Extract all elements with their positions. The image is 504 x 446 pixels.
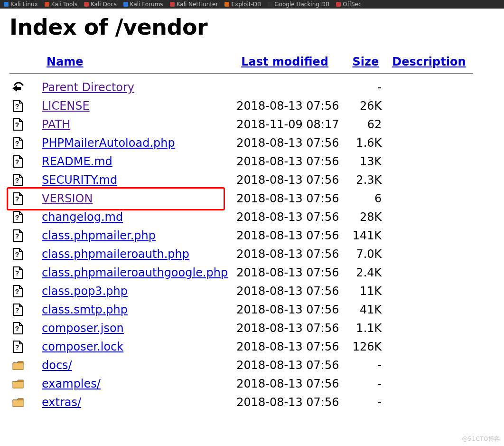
file-link[interactable]: composer.json — [42, 322, 124, 335]
sort-by-date-link[interactable]: Last modified — [241, 55, 328, 68]
row-name-cell: Parent Directory — [40, 78, 234, 96]
folder-icon — [11, 359, 25, 372]
row-icon-cell: ? — [9, 115, 40, 133]
svg-text:?: ? — [15, 343, 19, 351]
unknown-file-icon: ? — [11, 155, 25, 168]
sort-by-name-link[interactable]: Name — [47, 55, 84, 68]
bookmark-item[interactable]: Kali Forums — [123, 1, 163, 8]
row-name-cell: docs/ — [40, 356, 234, 374]
file-link[interactable]: SECURITY.md — [42, 173, 117, 187]
row-size-cell: 7.0K — [346, 245, 386, 263]
row-name-cell: class.phpmailer.php — [40, 226, 234, 245]
row-date-cell — [234, 78, 345, 96]
svg-text:?: ? — [15, 214, 19, 221]
unknown-file-icon: ? — [11, 303, 25, 316]
svg-text:?: ? — [15, 232, 19, 240]
svg-text:?: ? — [15, 306, 19, 314]
table-row: ? VERSION2018-08-13 07:566 — [9, 189, 473, 208]
bookmark-icon — [4, 2, 9, 7]
col-header-size[interactable]: Size — [346, 53, 386, 73]
file-link[interactable]: changelog.md — [42, 210, 123, 224]
row-icon-cell — [9, 374, 40, 393]
col-header-description[interactable]: Description — [385, 53, 472, 73]
row-name-cell: class.pop3.php — [40, 282, 234, 300]
bookmark-item[interactable]: Kali NetHunter — [170, 1, 218, 8]
folder-icon — [11, 377, 25, 390]
row-date-cell: 2018-08-13 07:56 — [234, 393, 345, 411]
svg-text:?: ? — [15, 140, 19, 147]
sort-by-size-link[interactable]: Size — [353, 55, 379, 68]
page-title: Index of /vendor — [9, 14, 495, 40]
row-icon-cell: ? — [9, 282, 40, 300]
row-size-cell: 11K — [346, 282, 386, 300]
row-name-cell: composer.lock — [40, 337, 234, 356]
table-row: ? class.smtp.php2018-08-13 07:5641K — [9, 300, 473, 319]
bookmark-item[interactable]: Kali Tools — [45, 1, 77, 8]
row-description-cell — [385, 356, 472, 374]
bookmark-item[interactable]: Google Hacking DB — [268, 1, 329, 8]
table-row: examples/2018-08-13 07:56- — [9, 374, 473, 393]
table-row: ? class.phpmailer.php2018-08-13 07:56141… — [9, 226, 473, 245]
bookmark-label: Google Hacking DB — [274, 1, 329, 8]
table-row: ? PHPMailerAutoload.php2018-08-13 07:561… — [9, 133, 473, 152]
row-name-cell: examples/ — [40, 374, 234, 393]
bookmark-item[interactable]: Kali Linux — [4, 1, 38, 8]
header-separator — [9, 73, 473, 74]
svg-text:?: ? — [15, 288, 19, 295]
row-icon-cell — [9, 356, 40, 374]
row-name-cell: class.smtp.php — [40, 300, 234, 319]
table-row: ? class.pop3.php2018-08-13 07:5611K — [9, 282, 473, 300]
row-date-cell: 2018-08-13 07:56 — [234, 96, 345, 115]
file-link[interactable]: class.phpmailer.php — [42, 229, 156, 242]
row-date-cell: 2018-08-13 07:56 — [234, 300, 345, 319]
row-date-cell: 2018-11-09 08:17 — [234, 115, 345, 133]
file-link[interactable]: VERSION — [42, 192, 93, 205]
file-link[interactable]: LICENSE — [42, 99, 90, 113]
unknown-file-icon: ? — [11, 99, 25, 113]
table-row: ? class.phpmaileroauth.php2018-08-13 07:… — [9, 245, 473, 263]
row-description-cell — [385, 171, 472, 189]
row-description-cell — [385, 393, 472, 411]
col-header-name[interactable]: Name — [40, 53, 234, 73]
file-link[interactable]: examples/ — [42, 377, 101, 390]
row-icon-cell: ? — [9, 171, 40, 189]
row-name-cell: class.phpmaileroauthgoogle.php — [40, 263, 234, 282]
bookmark-item[interactable]: Exploit-DB — [224, 1, 261, 8]
row-description-cell — [385, 374, 472, 393]
table-row: ? SECURITY.md2018-08-13 07:562.3K — [9, 171, 473, 189]
row-name-cell: SECURITY.md — [40, 171, 234, 189]
file-link[interactable]: class.smtp.php — [42, 303, 128, 316]
file-link[interactable]: PHPMailerAutoload.php — [42, 136, 175, 150]
row-description-cell — [385, 319, 472, 337]
row-name-cell: composer.json — [40, 319, 234, 337]
row-name-cell: README.md — [40, 152, 234, 171]
unknown-file-icon: ? — [11, 118, 25, 131]
row-icon-cell: ? — [9, 226, 40, 245]
unknown-file-icon: ? — [11, 173, 25, 187]
row-size-cell: 126K — [346, 337, 386, 356]
svg-text:?: ? — [15, 177, 19, 184]
file-link[interactable]: class.pop3.php — [42, 285, 128, 298]
row-description-cell — [385, 115, 472, 133]
row-icon-cell: ? — [9, 189, 40, 208]
sort-by-desc-link[interactable]: Description — [392, 55, 466, 68]
row-date-cell: 2018-08-13 07:56 — [234, 374, 345, 393]
file-link[interactable]: Parent Directory — [42, 81, 134, 94]
unknown-file-icon: ? — [11, 247, 25, 261]
file-link[interactable]: class.phpmaileroauthgoogle.php — [42, 266, 228, 279]
file-link[interactable]: composer.lock — [42, 340, 123, 353]
file-link[interactable]: class.phpmaileroauth.php — [42, 247, 189, 261]
table-row: extras/2018-08-13 07:56- — [9, 393, 473, 411]
bookmark-icon — [170, 2, 175, 7]
row-description-cell — [385, 282, 472, 300]
row-date-cell: 2018-08-13 07:56 — [234, 319, 345, 337]
file-link[interactable]: docs/ — [42, 359, 72, 372]
row-size-cell: - — [346, 356, 386, 374]
file-link[interactable]: PATH — [42, 118, 70, 131]
file-link[interactable]: extras/ — [42, 396, 81, 409]
col-header-last-modified[interactable]: Last modified — [234, 53, 345, 73]
bookmark-item[interactable]: Kali Docs — [84, 1, 117, 8]
row-name-cell: VERSION — [40, 189, 234, 208]
bookmark-item[interactable]: OffSec — [336, 1, 361, 8]
file-link[interactable]: README.md — [42, 155, 112, 168]
